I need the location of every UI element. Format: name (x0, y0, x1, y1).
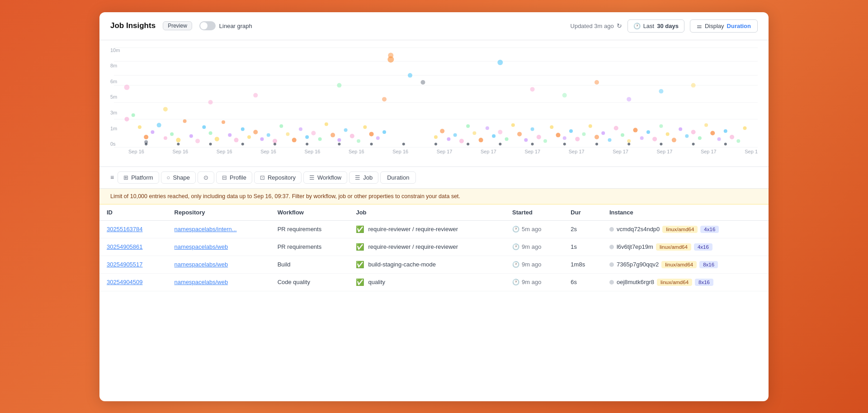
page-title: Job Insights (110, 21, 156, 30)
id-link[interactable]: 30254905861 (107, 243, 143, 250)
svg-point-120 (531, 142, 534, 145)
repo-link[interactable]: namespacelabs/web (175, 243, 228, 250)
preview-badge: Preview (163, 21, 192, 30)
col-dur: Dur (563, 204, 602, 221)
id-link[interactable]: 30255163784 (107, 226, 143, 233)
started-value: 9m ago (522, 279, 541, 285)
svg-point-124 (660, 142, 662, 145)
svg-point-13 (202, 125, 206, 129)
svg-point-77 (594, 135, 599, 139)
instance-dot (609, 262, 614, 267)
svg-point-14 (209, 131, 212, 135)
svg-point-51 (382, 130, 386, 134)
svg-point-36 (286, 132, 289, 136)
svg-point-113 (306, 142, 308, 145)
svg-point-122 (595, 142, 598, 145)
svg-point-69 (543, 139, 547, 142)
svg-point-55 (453, 133, 457, 137)
cell-instance: 7365p7g90qqv2 linux/amd64 8x16 (602, 256, 769, 273)
shape-filter-button[interactable]: ○ Shape (161, 171, 196, 184)
svg-point-102 (530, 87, 535, 91)
col-repository: Repository (167, 204, 270, 221)
display-duration-button[interactable]: ⚌ Display Duration (690, 19, 758, 33)
table-row: 30254905861 namespacelabs/web PR require… (99, 238, 769, 256)
cell-repository: namespacelabs/intern... (167, 220, 270, 238)
success-icon: ✅ (356, 225, 364, 233)
svg-point-110 (209, 142, 212, 145)
header-right: Updated 3m ago ↻ 🕐 Last 30 days ⚌ Displa… (571, 19, 758, 33)
svg-point-61 (492, 134, 495, 138)
svg-point-2 (138, 125, 142, 129)
repo-link[interactable]: namespacelabs/web (175, 279, 228, 285)
svg-point-48 (363, 125, 367, 129)
linear-graph-toggle[interactable] (199, 21, 216, 30)
profile-icon: ⊟ (222, 174, 227, 181)
workflow-filter-button[interactable]: ☰ Workflow (303, 171, 347, 184)
job-name: require-reviewer / require-reviewer (368, 243, 458, 250)
svg-point-73 (569, 129, 573, 133)
svg-point-121 (563, 142, 566, 145)
repository-filter-button[interactable]: ⊡ Repository (254, 171, 302, 184)
svg-point-56 (459, 138, 464, 143)
cell-workflow: Code quality (270, 273, 349, 291)
svg-point-42 (325, 122, 328, 126)
col-started: Started (505, 204, 563, 221)
svg-point-84 (640, 136, 644, 140)
instance-id: 7365p7g90qqv2 (617, 261, 659, 268)
id-link[interactable]: 30254904509 (107, 279, 143, 285)
warning-banner: Limit of 10,000 entries reached, only in… (99, 189, 769, 204)
svg-point-34 (273, 138, 277, 143)
svg-point-15 (215, 137, 219, 141)
filter-bar: ≡ ⊞ Platform ○ Shape ⊙ ⊟ Profile ⊡ Repos… (99, 167, 769, 189)
svg-point-85 (646, 130, 650, 134)
svg-point-103 (562, 93, 567, 97)
duration-filter-button[interactable]: Duration (380, 171, 416, 184)
refresh-icon[interactable]: ↻ (617, 22, 622, 29)
svg-point-60 (486, 126, 489, 130)
col-instance: Instance (602, 204, 769, 221)
svg-point-53 (440, 128, 444, 133)
svg-point-111 (241, 142, 244, 145)
svg-point-90 (679, 127, 682, 131)
cell-job: ✅ quality (349, 273, 505, 291)
cell-duration: 1m8s (563, 256, 602, 273)
svg-point-70 (550, 125, 553, 129)
github-filter-button[interactable]: ⊙ (198, 171, 214, 184)
id-link[interactable]: 30254905517 (107, 261, 143, 268)
platform-filter-button[interactable]: ⊞ Platform (118, 171, 159, 184)
svg-point-0 (124, 117, 129, 121)
svg-point-100 (743, 126, 747, 130)
svg-point-28 (408, 73, 412, 77)
size-tag: 8x16 (695, 279, 713, 286)
svg-point-40 (311, 131, 316, 135)
clock-icon: 🕐 (512, 243, 519, 250)
cell-id: 30254904509 (99, 273, 167, 291)
cell-job: ✅ require-reviewer / require-reviewer (349, 238, 505, 256)
cell-started: 🕐 9m ago (505, 273, 563, 291)
svg-point-10 (183, 119, 187, 123)
last-days-button[interactable]: 🕐 Last 30 days (627, 19, 684, 33)
platform-tag: linux/amd64 (656, 243, 691, 251)
workflow-icon: ☰ (309, 174, 315, 181)
repo-link[interactable]: namespacelabs/intern... (175, 226, 237, 233)
profile-filter-button[interactable]: ⊟ Profile (216, 171, 252, 184)
svg-point-38 (299, 127, 302, 131)
svg-point-44 (337, 138, 341, 142)
svg-point-30 (247, 135, 251, 139)
svg-point-88 (666, 132, 670, 136)
instance-dot (609, 245, 614, 249)
col-id: ID (99, 204, 167, 221)
toggle-label: Linear graph (219, 23, 252, 29)
svg-point-97 (724, 129, 727, 133)
cell-duration: 6s (563, 273, 602, 291)
svg-point-46 (350, 133, 354, 138)
job-filter-button[interactable]: ☰ Job (349, 171, 378, 184)
started-value: 9m ago (522, 261, 541, 268)
size-tag: 4x16 (694, 243, 712, 251)
instance-id: l6v6tjt7ep19m (617, 243, 653, 250)
col-workflow: Workflow (270, 204, 349, 221)
main-container: Job Insights Preview Linear graph Update… (99, 12, 769, 401)
svg-point-91 (685, 134, 689, 138)
svg-point-108 (145, 142, 147, 145)
repo-link[interactable]: namespacelabs/web (175, 261, 228, 268)
